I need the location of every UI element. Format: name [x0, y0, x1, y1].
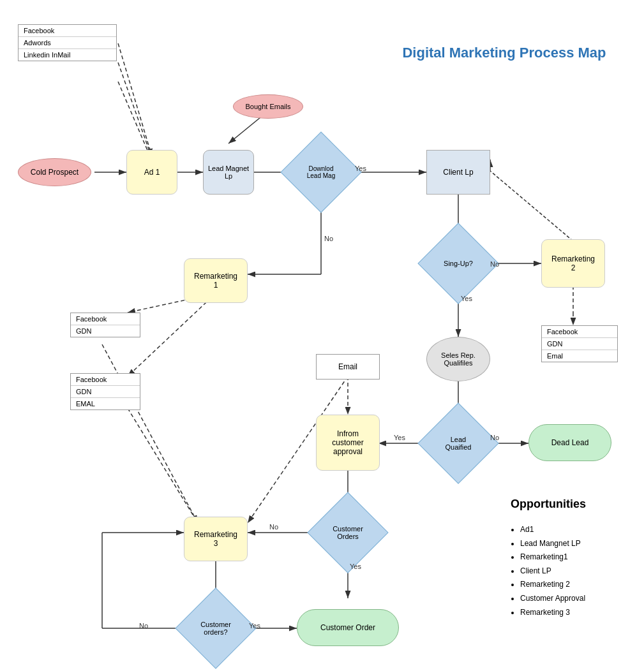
- yes-label-3: Yes: [394, 434, 405, 441]
- rm1-gdn1: GDN: [71, 325, 140, 337]
- no-label-1: No: [324, 235, 333, 242]
- remarketing2-node: Remarketing 2: [541, 239, 605, 288]
- rm1-fb2: Facebook: [71, 374, 140, 386]
- no-label-2: No: [490, 260, 499, 268]
- lead-qualified-diamond: Lead Quaified: [430, 415, 487, 472]
- yes-label-4: Yes: [350, 563, 361, 570]
- svg-line-33: [118, 82, 152, 161]
- rm1-fb1: Facebook: [71, 313, 140, 325]
- cold-prospect-node: Cold Prospect: [18, 158, 91, 186]
- source-adwords: Adwords: [19, 37, 116, 49]
- opportunity-item: Ad1: [520, 523, 585, 537]
- infrom-node: Infrom customer approval: [316, 415, 380, 471]
- opportunity-item: Remarketing 2: [520, 578, 585, 592]
- yes-label-1: Yes: [355, 165, 366, 172]
- opportunity-item: Client LP: [520, 564, 585, 579]
- opportunities-title: Opportunities: [511, 498, 586, 511]
- ad1-node: Ad 1: [126, 150, 177, 195]
- rm2-facebook: Facebook: [542, 326, 617, 338]
- customer-order-final-node: Customer Order: [297, 609, 399, 646]
- source-linkedin: Linkedin InMail: [19, 49, 116, 61]
- rm1-channels-1-list: Facebook GDN: [70, 313, 140, 337]
- remarketing1-node: Remarketing 1: [184, 258, 248, 303]
- source-facebook: Facebook: [19, 25, 116, 37]
- page-title: Digital Marketing Process Map: [396, 45, 613, 61]
- yes-label-5: Yes: [249, 622, 260, 630]
- opportunities-list: Ad1Lead Mangnet LPRemarketing1Client LPR…: [520, 523, 585, 619]
- svg-line-28: [128, 408, 198, 523]
- customer-orders-diamond: Customer Orders: [319, 504, 377, 561]
- no-label-5: No: [139, 622, 148, 630]
- rm2-gdn: GDN: [542, 338, 617, 350]
- email-node: Email: [316, 354, 380, 380]
- rm2-emal: Emal: [542, 350, 617, 362]
- opportunity-item: Customer Approval: [520, 592, 585, 606]
- no-label-4: No: [269, 523, 278, 531]
- svg-line-27: [128, 293, 216, 376]
- svg-line-32: [118, 63, 152, 158]
- svg-line-8: [228, 115, 264, 144]
- seles-rep-node: Seles Rep. Qualifiles: [426, 337, 490, 381]
- dead-lead-node: Dead Lead: [528, 424, 611, 461]
- rm1-gdn2: GDN: [71, 386, 140, 398]
- svg-line-29: [102, 344, 198, 523]
- customer-orders2-diamond: Customer orders?: [187, 600, 244, 657]
- opportunity-item: Remarketing1: [520, 550, 585, 564]
- svg-line-31: [118, 43, 152, 156]
- signup-diamond: Sing-Up?: [430, 235, 487, 292]
- opportunity-item: Remarketing 3: [520, 606, 585, 620]
- bought-emails-node: Bought Emails: [233, 94, 303, 119]
- yes-label-2: Yes: [461, 295, 472, 302]
- rm1-channels-2-list: Facebook GDN EMAL: [70, 373, 140, 410]
- top-sources-list: Facebook Adwords Linkedin InMail: [18, 24, 117, 61]
- svg-line-34: [490, 171, 573, 241]
- no-label-3: No: [490, 434, 499, 441]
- rm2-channels-list: Facebook GDN Emal: [541, 325, 618, 362]
- remarketing3-node: Remarketing 3: [184, 517, 248, 561]
- lead-magnet-node: Lead Magnet Lp: [203, 150, 254, 195]
- opportunity-item: Lead Mangnet LP: [520, 537, 585, 551]
- download-lead-diamond: Downlod Lead Mag: [292, 144, 350, 201]
- client-lp-node: Client Lp: [426, 150, 490, 195]
- rm1-emal2: EMAL: [71, 398, 140, 409]
